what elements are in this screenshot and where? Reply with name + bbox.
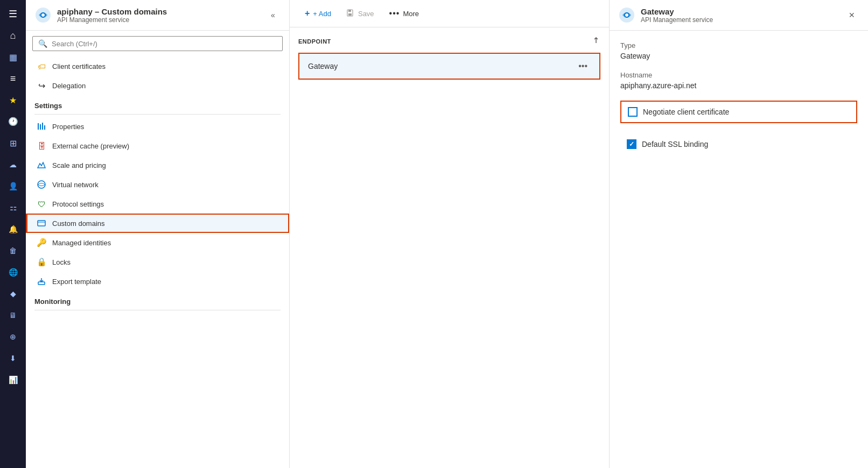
sidebar-item-client-certificates[interactable]: 🏷 Client certificates — [26, 56, 289, 76]
sidebar-item-scale-pricing[interactable]: Scale and pricing — [26, 155, 289, 175]
nav-list: 🏷 Client certificates ↪ Delegation Setti… — [26, 56, 289, 323]
sidebar-item-external-cache[interactable]: 🗄 External cache (preview) — [26, 136, 289, 155]
search-input[interactable] — [52, 40, 277, 48]
grid-icon[interactable]: ⊞ — [3, 133, 23, 153]
negotiate-client-cert-label: Negotiate client certificate — [643, 108, 729, 116]
add-button[interactable]: + + Add — [298, 5, 338, 22]
virtual-network-icon — [36, 179, 47, 190]
sidebar-item-export-template[interactable]: Export template — [26, 272, 289, 291]
svg-rect-12 — [348, 13, 352, 16]
home-icon[interactable]: ⌂ — [3, 26, 23, 45]
diamond-icon[interactable]: ◆ — [3, 284, 23, 303]
sidebar-title-area: apiphany – Custom domains API Management… — [34, 6, 265, 24]
monitoring-divider — [34, 310, 281, 310]
favorites-star-icon[interactable]: ★ — [3, 90, 23, 110]
endpoint-header: ENDPOINT — [298, 36, 600, 46]
search-box[interactable]: 🔍 — [32, 36, 283, 51]
hostname-field-value: apiphany.azure-api.net — [620, 81, 857, 90]
sidebar: apiphany – Custom domains API Management… — [26, 0, 290, 468]
export-template-icon — [36, 276, 47, 287]
managed-identities-icon: 🔑 — [36, 237, 47, 248]
cloud-network-icon[interactable]: ☁ — [3, 155, 23, 174]
hostname-field-group: Hostname apiphany.azure-api.net — [620, 71, 857, 90]
right-header-info: Gateway API Management service — [618, 6, 713, 24]
endpoint-more-icon[interactable]: ••• — [575, 60, 591, 72]
dashboard-icon[interactable]: ▦ — [3, 47, 23, 67]
close-right-panel-button[interactable]: ✕ — [844, 8, 859, 23]
main-area: apiphany – Custom domains API Management… — [26, 0, 868, 468]
locks-icon: 🔒 — [36, 257, 47, 267]
monitoring-section-header: Monitoring — [26, 291, 289, 308]
type-field-value: Gateway — [620, 52, 857, 60]
sidebar-item-custom-domains[interactable]: Custom domains — [26, 214, 289, 233]
sidebar-item-properties[interactable]: Properties — [26, 117, 289, 136]
center-content: ENDPOINT Gateway ••• — [290, 27, 609, 468]
service-subtitle: API Management service — [57, 16, 167, 24]
right-panel-content: Type Gateway Hostname apiphany.azure-api… — [610, 31, 868, 165]
center-toolbar: + + Add Save ••• More — [290, 0, 609, 27]
sort-icon[interactable] — [592, 36, 600, 46]
endpoint-name-gateway: Gateway — [308, 62, 338, 70]
more-icon: ••• — [389, 9, 400, 18]
portal-nav: ☰ ⌂ ▦ ≡ ★ 🕐 ⊞ ☁ 👤 ⚏ 🔔 🗑 🌐 ◆ 🖥 ⊕ ⬇ 📊 — [0, 0, 26, 468]
right-panel-subtitle: API Management service — [641, 16, 713, 24]
svg-rect-4 — [40, 124, 41, 130]
svg-rect-3 — [38, 123, 39, 130]
negotiate-client-cert-checkbox[interactable] — [628, 107, 638, 117]
download-icon[interactable]: ⬇ — [3, 349, 23, 368]
hostname-field-label: Hostname — [620, 71, 857, 79]
collapse-sidebar-button[interactable]: « — [265, 8, 281, 23]
right-panel-header: Gateway API Management service ✕ — [610, 0, 868, 31]
save-icon — [346, 9, 355, 18]
apps-icon[interactable]: ⚏ — [3, 198, 23, 217]
properties-icon — [36, 121, 47, 132]
scale-pricing-icon — [36, 160, 47, 171]
search-icon: 🔍 — [38, 39, 47, 48]
external-cache-icon: 🗄 — [36, 140, 47, 151]
sidebar-item-delegation[interactable]: ↪ Delegation — [26, 76, 289, 95]
default-ssl-binding-checkbox[interactable] — [627, 139, 636, 149]
center-panel: + + Add Save ••• More ENDPOINT — [290, 0, 610, 468]
all-services-icon[interactable]: ≡ — [3, 69, 23, 88]
endpoint-col-label: ENDPOINT — [298, 38, 331, 45]
sidebar-item-locks[interactable]: 🔒 Locks — [26, 252, 289, 272]
recent-icon[interactable]: 🕐 — [3, 112, 23, 131]
settings-section-header: Settings — [26, 95, 289, 112]
chart-icon[interactable]: 📊 — [3, 370, 23, 389]
right-panel-title: Gateway — [641, 7, 713, 16]
type-field-label: Type — [620, 41, 857, 49]
svg-point-7 — [38, 181, 45, 188]
svg-rect-8 — [38, 221, 45, 226]
circle-plus-icon[interactable]: ⊕ — [3, 327, 23, 346]
more-button[interactable]: ••• More — [383, 5, 425, 22]
service-title: apiphany – Custom domains — [57, 7, 167, 16]
endpoint-row-gateway[interactable]: Gateway ••• — [298, 53, 600, 80]
svg-rect-5 — [42, 123, 43, 130]
save-button[interactable]: Save — [340, 6, 381, 22]
svg-rect-13 — [348, 10, 351, 12]
right-panel: Gateway API Management service ✕ Type Ga… — [610, 0, 868, 468]
default-ssl-binding-label: Default SSL binding — [642, 140, 708, 148]
hamburger-menu-icon[interactable]: ☰ — [3, 4, 23, 24]
type-field-group: Type Gateway — [620, 41, 857, 60]
delegation-icon: ↪ — [36, 80, 47, 91]
trash-icon[interactable]: 🗑 — [3, 241, 23, 260]
sidebar-item-managed-identities[interactable]: 🔑 Managed identities — [26, 233, 289, 252]
custom-domains-icon — [36, 218, 47, 229]
notification-icon[interactable]: 🔔 — [3, 219, 23, 239]
apim-service-icon — [34, 6, 52, 24]
settings-divider — [34, 114, 281, 115]
globe-icon[interactable]: 🌐 — [3, 263, 23, 282]
negotiate-client-cert-row[interactable]: Negotiate client certificate — [620, 101, 857, 123]
client-certificates-icon: 🏷 — [36, 61, 47, 72]
default-ssl-binding-row[interactable]: Default SSL binding — [620, 134, 857, 154]
sidebar-item-protocol-settings[interactable]: 🛡 Protocol settings — [26, 194, 289, 214]
protocol-settings-icon: 🛡 — [36, 198, 47, 209]
right-panel-service-icon — [618, 6, 635, 24]
add-icon: + — [305, 9, 310, 18]
sidebar-item-virtual-network[interactable]: Virtual network — [26, 175, 289, 194]
svg-rect-6 — [44, 125, 45, 130]
user-icon[interactable]: 👤 — [3, 176, 23, 196]
svg-point-2 — [41, 13, 45, 17]
monitor-icon[interactable]: 🖥 — [3, 306, 23, 325]
